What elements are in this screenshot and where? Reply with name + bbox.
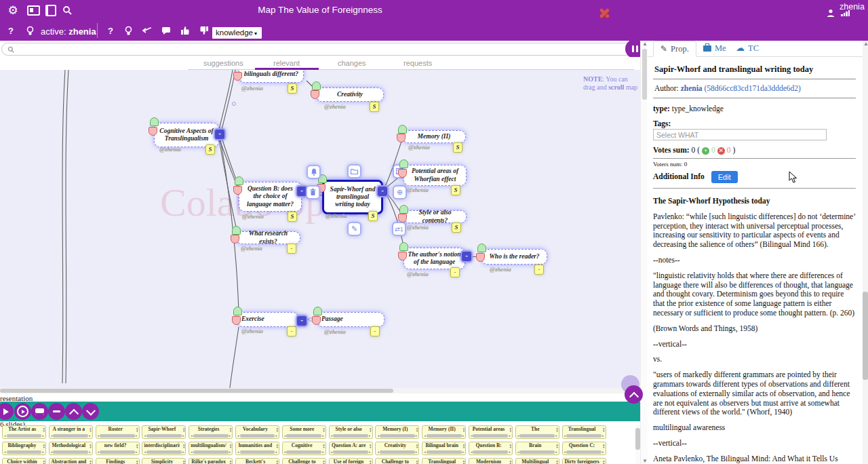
scroll-right-icon[interactable]: ▸ (275, 433, 277, 438)
scrollbar-thumb[interactable] (380, 450, 415, 454)
search-bar[interactable]: ⊗ (1, 43, 638, 56)
map-scroll-up-button[interactable] (625, 385, 643, 404)
node-badge[interactable]: S (452, 223, 461, 233)
scroll-left-icon[interactable]: ◂ (98, 450, 100, 454)
tab-relevant[interactable]: relevant (273, 59, 300, 67)
scroll-left-icon[interactable]: ◂ (331, 433, 333, 438)
slide-stepper[interactable]: ▴▾ (323, 443, 325, 448)
search-input[interactable] (18, 45, 622, 54)
map-node[interactable]: Who is the reader? (481, 249, 547, 265)
slide-card[interactable]: Vocabulary ▴▾ ◂▸ (235, 425, 279, 439)
node-vote-chip[interactable] (398, 169, 407, 178)
slide-stepper[interactable]: ▴▾ (43, 443, 45, 448)
scroll-left-icon[interactable]: ◂ (144, 433, 146, 438)
scroll-left-icon[interactable]: ◂ (517, 433, 519, 438)
scroll-right-icon[interactable]: ▸ (555, 433, 557, 438)
scroll-right-icon[interactable]: ▸ (416, 433, 418, 438)
slide-scrollbar[interactable]: ◂▸ (4, 433, 44, 438)
node-vote-chip[interactable] (477, 244, 486, 252)
slides-button[interactable] (31, 403, 48, 420)
node-vote-chip[interactable] (312, 81, 321, 90)
slide-card[interactable]: Translingual imagination and ▴▾ ◂▸ (562, 425, 606, 439)
collapse-panel-button[interactable] (48, 403, 65, 420)
node-badge[interactable]: S (453, 142, 462, 153)
slide-stepper[interactable]: ▴▾ (603, 459, 605, 464)
vote-down-icon[interactable]: ✕ (717, 147, 725, 155)
slide-card[interactable]: Style or also ▴▾ ◂▸ (329, 425, 373, 439)
slide-stepper[interactable]: ▴▾ (183, 427, 185, 432)
slide-stepper[interactable]: ▴▾ (509, 427, 511, 432)
scrollbar-thumb[interactable] (635, 428, 640, 450)
slide-card[interactable]: Cognitive Aspects ▴▾ ◂▸ (282, 442, 326, 455)
node-vote-chip[interactable] (476, 253, 485, 262)
help-2-button[interactable]: ? (102, 22, 119, 39)
slide-stepper[interactable]: ▴▾ (230, 443, 232, 448)
spin-down-icon[interactable]: ▾ (43, 446, 45, 448)
scrollbar-thumb[interactable] (53, 434, 88, 438)
spin-down-icon[interactable]: ▾ (276, 429, 278, 432)
notify-button[interactable] (307, 165, 321, 179)
slide-scrollbar[interactable]: ◂▸ (331, 450, 371, 454)
scroll-right-icon[interactable]: ▸ (369, 433, 371, 438)
node-vote-chip[interactable] (233, 307, 242, 315)
node-vote-chip[interactable] (399, 242, 408, 251)
scroll-right-icon[interactable]: ▸ (462, 433, 465, 438)
scroll-left-icon[interactable]: ◂ (424, 433, 426, 438)
tab-requests[interactable]: requests (403, 59, 432, 67)
delete-node-button[interactable] (306, 185, 320, 199)
node-vote-chip[interactable] (233, 186, 242, 195)
slide-stepper[interactable]: ▴▾ (603, 443, 605, 448)
scrollbar-thumb[interactable] (642, 49, 647, 100)
slide-card[interactable]: humanities and ▴▾ ◂▸ (235, 442, 279, 455)
node-vote-chip[interactable] (232, 226, 241, 235)
scroll-left-icon[interactable]: ◂ (191, 433, 193, 438)
scroll-down-icon[interactable]: ▼ (642, 458, 648, 464)
vote-up-icon[interactable]: + (702, 147, 709, 155)
map-node[interactable]: Passage (317, 312, 384, 327)
slide-stepper[interactable]: ▴▾ (183, 459, 185, 464)
spin-down-icon[interactable]: ▾ (183, 429, 185, 432)
scrollbar-thumb[interactable] (193, 450, 229, 454)
node-vote-chip[interactable] (149, 127, 157, 136)
scrollbar-thumb[interactable] (333, 434, 368, 438)
scroll-left-icon[interactable]: ◂ (51, 450, 53, 454)
scrollbar-thumb[interactable] (146, 434, 182, 438)
spin-down-icon[interactable]: ▾ (90, 429, 92, 432)
scroll-right-icon[interactable]: ▸ (462, 450, 465, 454)
slide-card[interactable]: Question A: are ▴▾ ◂▸ (329, 442, 373, 455)
account-button[interactable] (822, 4, 840, 22)
edit-node-button[interactable]: ✎ (347, 222, 361, 236)
map-node[interactable]: Memory (II) (402, 130, 466, 143)
collapse-node-button[interactable]: - (376, 185, 389, 197)
selected-map-node[interactable]: Sapir-Whorf and translingual writing tod… (322, 180, 383, 214)
slide-card[interactable]: Modernism ▴▾ ◂▸ (469, 458, 513, 464)
slide-stepper[interactable]: ▴▾ (463, 443, 465, 448)
scrollbar-thumb[interactable] (240, 434, 275, 438)
scroll-right-icon[interactable]: ▸ (42, 433, 44, 438)
scroll-left-icon[interactable]: ◂ (98, 433, 100, 438)
scroll-left-icon[interactable]: ◂ (377, 433, 379, 438)
node-badge[interactable]: - (534, 265, 544, 275)
slide-card[interactable]: Memory (I) ▴▾ ◂▸ (375, 425, 419, 439)
tab-suggestions[interactable]: suggestions (203, 59, 243, 67)
slide-card[interactable]: Findings ▴▾ ◂▸ (96, 458, 140, 464)
slide-stepper[interactable]: ▴▾ (416, 427, 418, 432)
scrollbar-thumb[interactable] (286, 450, 321, 454)
panel-scrollbar[interactable]: ▲ (863, 41, 868, 464)
slide-stepper[interactable]: ▴▾ (556, 459, 558, 464)
scroll-right-icon[interactable]: ▸ (369, 450, 371, 454)
slide-scrollbar[interactable]: ◂▸ (51, 433, 91, 438)
slide-stepper[interactable]: ▴▾ (370, 459, 372, 464)
slide-scrollbar[interactable]: ◂▸ (191, 450, 231, 454)
spin-down-icon[interactable]: ▾ (370, 429, 372, 432)
scrollbar-thumb[interactable] (473, 434, 508, 438)
slide-card[interactable]: Challenge to ▴▾ ◂▸ (375, 458, 419, 464)
slide-scrollbar[interactable]: ◂▸ (284, 433, 324, 438)
slide-stepper[interactable]: ▴▾ (323, 427, 325, 432)
slide-card[interactable]: Roster ▴▾ ◂▸ (96, 425, 140, 439)
slide-stepper[interactable]: ▴▾ (276, 459, 278, 464)
slide-scrollbar[interactable]: ◂▸ (98, 450, 138, 454)
slide-card[interactable]: Strategies ▴▾ ◂▸ (189, 425, 233, 439)
node-badge[interactable]: - (370, 326, 380, 336)
slide-card[interactable]: Dirty foreigners ▴▾ ◂▸ (562, 458, 606, 464)
